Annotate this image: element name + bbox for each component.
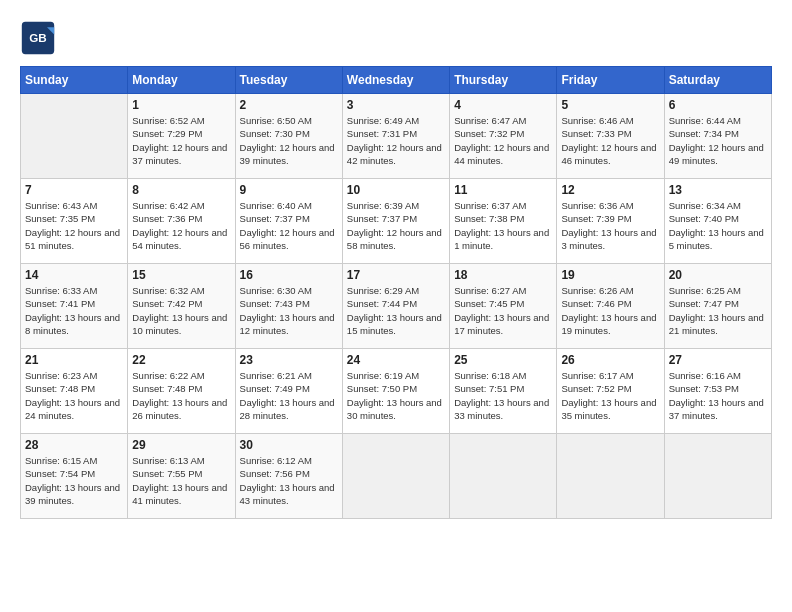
day-info: Sunrise: 6:15 AMSunset: 7:54 PMDaylight:…: [25, 454, 123, 507]
day-info: Sunrise: 6:34 AMSunset: 7:40 PMDaylight:…: [669, 199, 767, 252]
day-number: 9: [240, 183, 338, 197]
day-number: 28: [25, 438, 123, 452]
calendar-week-row: 7Sunrise: 6:43 AMSunset: 7:35 PMDaylight…: [21, 179, 772, 264]
day-number: 8: [132, 183, 230, 197]
day-info: Sunrise: 6:42 AMSunset: 7:36 PMDaylight:…: [132, 199, 230, 252]
calendar-day-cell: 22Sunrise: 6:22 AMSunset: 7:48 PMDayligh…: [128, 349, 235, 434]
calendar-day-cell: 1Sunrise: 6:52 AMSunset: 7:29 PMDaylight…: [128, 94, 235, 179]
day-info: Sunrise: 6:40 AMSunset: 7:37 PMDaylight:…: [240, 199, 338, 252]
day-number: 12: [561, 183, 659, 197]
day-number: 22: [132, 353, 230, 367]
day-number: 15: [132, 268, 230, 282]
day-number: 3: [347, 98, 445, 112]
calendar-day-cell: 27Sunrise: 6:16 AMSunset: 7:53 PMDayligh…: [664, 349, 771, 434]
calendar-day-cell: 5Sunrise: 6:46 AMSunset: 7:33 PMDaylight…: [557, 94, 664, 179]
calendar-week-row: 14Sunrise: 6:33 AMSunset: 7:41 PMDayligh…: [21, 264, 772, 349]
weekday-header-friday: Friday: [557, 67, 664, 94]
day-info: Sunrise: 6:12 AMSunset: 7:56 PMDaylight:…: [240, 454, 338, 507]
empty-calendar-cell: [557, 434, 664, 519]
day-info: Sunrise: 6:46 AMSunset: 7:33 PMDaylight:…: [561, 114, 659, 167]
calendar-day-cell: 13Sunrise: 6:34 AMSunset: 7:40 PMDayligh…: [664, 179, 771, 264]
calendar-day-cell: 7Sunrise: 6:43 AMSunset: 7:35 PMDaylight…: [21, 179, 128, 264]
day-info: Sunrise: 6:52 AMSunset: 7:29 PMDaylight:…: [132, 114, 230, 167]
day-number: 4: [454, 98, 552, 112]
calendar-day-cell: 15Sunrise: 6:32 AMSunset: 7:42 PMDayligh…: [128, 264, 235, 349]
empty-calendar-cell: [21, 94, 128, 179]
day-info: Sunrise: 6:33 AMSunset: 7:41 PMDaylight:…: [25, 284, 123, 337]
calendar-day-cell: 10Sunrise: 6:39 AMSunset: 7:37 PMDayligh…: [342, 179, 449, 264]
empty-calendar-cell: [450, 434, 557, 519]
logo-icon: GB: [20, 20, 56, 56]
weekday-header-sunday: Sunday: [21, 67, 128, 94]
day-number: 1: [132, 98, 230, 112]
calendar-week-row: 28Sunrise: 6:15 AMSunset: 7:54 PMDayligh…: [21, 434, 772, 519]
day-info: Sunrise: 6:30 AMSunset: 7:43 PMDaylight:…: [240, 284, 338, 337]
day-info: Sunrise: 6:18 AMSunset: 7:51 PMDaylight:…: [454, 369, 552, 422]
day-info: Sunrise: 6:32 AMSunset: 7:42 PMDaylight:…: [132, 284, 230, 337]
calendar-day-cell: 6Sunrise: 6:44 AMSunset: 7:34 PMDaylight…: [664, 94, 771, 179]
calendar-day-cell: 24Sunrise: 6:19 AMSunset: 7:50 PMDayligh…: [342, 349, 449, 434]
day-info: Sunrise: 6:22 AMSunset: 7:48 PMDaylight:…: [132, 369, 230, 422]
day-info: Sunrise: 6:27 AMSunset: 7:45 PMDaylight:…: [454, 284, 552, 337]
page-header: GB: [20, 20, 772, 56]
day-info: Sunrise: 6:44 AMSunset: 7:34 PMDaylight:…: [669, 114, 767, 167]
calendar-week-row: 1Sunrise: 6:52 AMSunset: 7:29 PMDaylight…: [21, 94, 772, 179]
day-number: 18: [454, 268, 552, 282]
day-number: 2: [240, 98, 338, 112]
day-number: 11: [454, 183, 552, 197]
day-number: 16: [240, 268, 338, 282]
calendar-day-cell: 29Sunrise: 6:13 AMSunset: 7:55 PMDayligh…: [128, 434, 235, 519]
day-number: 19: [561, 268, 659, 282]
day-info: Sunrise: 6:50 AMSunset: 7:30 PMDaylight:…: [240, 114, 338, 167]
day-info: Sunrise: 6:17 AMSunset: 7:52 PMDaylight:…: [561, 369, 659, 422]
calendar-day-cell: 23Sunrise: 6:21 AMSunset: 7:49 PMDayligh…: [235, 349, 342, 434]
weekday-header-row: SundayMondayTuesdayWednesdayThursdayFrid…: [21, 67, 772, 94]
day-info: Sunrise: 6:29 AMSunset: 7:44 PMDaylight:…: [347, 284, 445, 337]
calendar-day-cell: 11Sunrise: 6:37 AMSunset: 7:38 PMDayligh…: [450, 179, 557, 264]
day-number: 26: [561, 353, 659, 367]
calendar-day-cell: 4Sunrise: 6:47 AMSunset: 7:32 PMDaylight…: [450, 94, 557, 179]
day-number: 10: [347, 183, 445, 197]
calendar-day-cell: 21Sunrise: 6:23 AMSunset: 7:48 PMDayligh…: [21, 349, 128, 434]
calendar-day-cell: 3Sunrise: 6:49 AMSunset: 7:31 PMDaylight…: [342, 94, 449, 179]
day-info: Sunrise: 6:21 AMSunset: 7:49 PMDaylight:…: [240, 369, 338, 422]
calendar-day-cell: 18Sunrise: 6:27 AMSunset: 7:45 PMDayligh…: [450, 264, 557, 349]
calendar-day-cell: 16Sunrise: 6:30 AMSunset: 7:43 PMDayligh…: [235, 264, 342, 349]
calendar-day-cell: 12Sunrise: 6:36 AMSunset: 7:39 PMDayligh…: [557, 179, 664, 264]
day-info: Sunrise: 6:39 AMSunset: 7:37 PMDaylight:…: [347, 199, 445, 252]
weekday-header-monday: Monday: [128, 67, 235, 94]
empty-calendar-cell: [664, 434, 771, 519]
day-number: 6: [669, 98, 767, 112]
weekday-header-wednesday: Wednesday: [342, 67, 449, 94]
day-number: 17: [347, 268, 445, 282]
svg-text:GB: GB: [29, 31, 47, 44]
day-info: Sunrise: 6:16 AMSunset: 7:53 PMDaylight:…: [669, 369, 767, 422]
day-info: Sunrise: 6:26 AMSunset: 7:46 PMDaylight:…: [561, 284, 659, 337]
calendar-day-cell: 28Sunrise: 6:15 AMSunset: 7:54 PMDayligh…: [21, 434, 128, 519]
weekday-header-tuesday: Tuesday: [235, 67, 342, 94]
day-info: Sunrise: 6:49 AMSunset: 7:31 PMDaylight:…: [347, 114, 445, 167]
calendar-day-cell: 25Sunrise: 6:18 AMSunset: 7:51 PMDayligh…: [450, 349, 557, 434]
day-info: Sunrise: 6:36 AMSunset: 7:39 PMDaylight:…: [561, 199, 659, 252]
day-info: Sunrise: 6:19 AMSunset: 7:50 PMDaylight:…: [347, 369, 445, 422]
weekday-header-saturday: Saturday: [664, 67, 771, 94]
calendar-day-cell: 9Sunrise: 6:40 AMSunset: 7:37 PMDaylight…: [235, 179, 342, 264]
day-info: Sunrise: 6:23 AMSunset: 7:48 PMDaylight:…: [25, 369, 123, 422]
day-number: 7: [25, 183, 123, 197]
day-number: 13: [669, 183, 767, 197]
calendar-day-cell: 30Sunrise: 6:12 AMSunset: 7:56 PMDayligh…: [235, 434, 342, 519]
calendar-table: SundayMondayTuesdayWednesdayThursdayFrid…: [20, 66, 772, 519]
calendar-day-cell: 26Sunrise: 6:17 AMSunset: 7:52 PMDayligh…: [557, 349, 664, 434]
empty-calendar-cell: [342, 434, 449, 519]
calendar-day-cell: 14Sunrise: 6:33 AMSunset: 7:41 PMDayligh…: [21, 264, 128, 349]
day-number: 27: [669, 353, 767, 367]
day-number: 23: [240, 353, 338, 367]
day-number: 20: [669, 268, 767, 282]
day-info: Sunrise: 6:25 AMSunset: 7:47 PMDaylight:…: [669, 284, 767, 337]
day-number: 25: [454, 353, 552, 367]
logo: GB: [20, 20, 62, 56]
day-number: 14: [25, 268, 123, 282]
calendar-day-cell: 17Sunrise: 6:29 AMSunset: 7:44 PMDayligh…: [342, 264, 449, 349]
calendar-day-cell: 19Sunrise: 6:26 AMSunset: 7:46 PMDayligh…: [557, 264, 664, 349]
day-info: Sunrise: 6:43 AMSunset: 7:35 PMDaylight:…: [25, 199, 123, 252]
